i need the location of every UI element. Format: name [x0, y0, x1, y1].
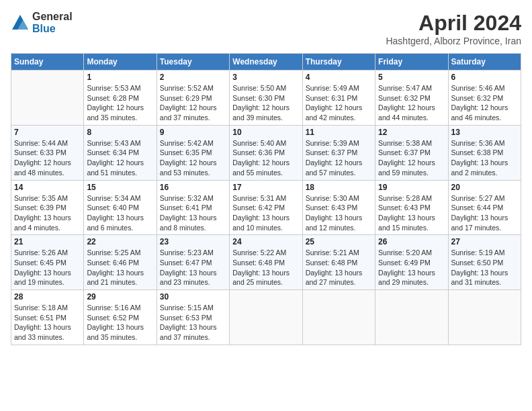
table-row: 15 Sunrise: 5:34 AMSunset: 6:40 PMDaylig…	[84, 180, 157, 235]
col-friday: Friday	[375, 54, 448, 71]
table-row: 4 Sunrise: 5:49 AMSunset: 6:31 PMDayligh…	[302, 71, 375, 126]
col-wednesday: Wednesday	[230, 54, 302, 71]
calendar-header-row: Sunday Monday Tuesday Wednesday Thursday…	[11, 54, 521, 71]
day-number: 1	[87, 73, 153, 82]
table-row: 13 Sunrise: 5:36 AMSunset: 6:38 PMDaylig…	[448, 125, 521, 180]
day-info: Sunrise: 5:19 AMSunset: 6:50 PMDaylight:…	[451, 248, 518, 287]
calendar-title: April 2024	[386, 11, 521, 36]
table-row: 19 Sunrise: 5:28 AMSunset: 6:43 PMDaylig…	[375, 180, 448, 235]
table-row: 3 Sunrise: 5:50 AMSunset: 6:30 PMDayligh…	[230, 71, 302, 126]
title-section: April 2024 Hashtgerd, Alborz Province, I…	[386, 11, 521, 46]
table-row	[448, 290, 521, 345]
table-row: 10 Sunrise: 5:40 AMSunset: 6:36 PMDaylig…	[230, 125, 302, 180]
day-info: Sunrise: 5:46 AMSunset: 6:32 PMDaylight:…	[451, 83, 518, 123]
day-info: Sunrise: 5:32 AMSunset: 6:41 PMDaylight:…	[160, 193, 226, 233]
table-row: 14 Sunrise: 5:35 AMSunset: 6:39 PMDaylig…	[11, 180, 84, 235]
table-row: 6 Sunrise: 5:46 AMSunset: 6:32 PMDayligh…	[448, 71, 521, 126]
logo: General Blue	[11, 11, 73, 34]
day-info: Sunrise: 5:26 AMSunset: 6:45 PMDaylight:…	[14, 248, 81, 287]
table-row: 27 Sunrise: 5:19 AMSunset: 6:50 PMDaylig…	[448, 235, 521, 290]
table-row: 26 Sunrise: 5:20 AMSunset: 6:49 PMDaylig…	[375, 235, 448, 290]
day-number: 23	[160, 237, 226, 246]
day-info: Sunrise: 5:53 AMSunset: 6:28 PMDaylight:…	[87, 83, 153, 123]
day-info: Sunrise: 5:30 AMSunset: 6:43 PMDaylight:…	[306, 193, 372, 233]
day-info: Sunrise: 5:31 AMSunset: 6:42 PMDaylight:…	[232, 193, 299, 233]
col-thursday: Thursday	[302, 54, 375, 71]
day-number: 8	[87, 128, 153, 137]
day-number: 9	[160, 128, 226, 137]
table-row: 8 Sunrise: 5:43 AMSunset: 6:34 PMDayligh…	[84, 125, 157, 180]
day-number: 15	[87, 183, 153, 192]
day-number: 27	[451, 237, 518, 246]
calendar-week-row: 1 Sunrise: 5:53 AMSunset: 6:28 PMDayligh…	[11, 71, 521, 126]
day-info: Sunrise: 5:18 AMSunset: 6:51 PMDaylight:…	[14, 303, 81, 342]
day-number: 2	[160, 73, 226, 82]
col-tuesday: Tuesday	[157, 54, 229, 71]
day-number: 19	[378, 183, 445, 192]
day-number: 17	[232, 183, 299, 192]
table-row: 22 Sunrise: 5:25 AMSunset: 6:46 PMDaylig…	[84, 235, 157, 290]
calendar-table: Sunday Monday Tuesday Wednesday Thursday…	[11, 53, 521, 345]
table-row: 28 Sunrise: 5:18 AMSunset: 6:51 PMDaylig…	[11, 290, 84, 345]
day-number: 30	[160, 292, 226, 302]
day-number: 13	[451, 128, 518, 137]
day-number: 20	[451, 183, 518, 192]
day-info: Sunrise: 5:49 AMSunset: 6:31 PMDaylight:…	[306, 83, 372, 123]
day-number: 21	[14, 237, 81, 246]
table-row	[375, 290, 448, 345]
day-number: 24	[232, 237, 299, 246]
table-row: 11 Sunrise: 5:39 AMSunset: 6:37 PMDaylig…	[302, 125, 375, 180]
day-info: Sunrise: 5:52 AMSunset: 6:29 PMDaylight:…	[160, 83, 226, 123]
day-info: Sunrise: 5:50 AMSunset: 6:30 PMDaylight:…	[232, 83, 299, 123]
table-row: 16 Sunrise: 5:32 AMSunset: 6:41 PMDaylig…	[157, 180, 229, 235]
day-number: 25	[306, 237, 372, 246]
table-row	[230, 290, 302, 345]
day-info: Sunrise: 5:15 AMSunset: 6:53 PMDaylight:…	[160, 303, 226, 342]
logo-blue-text: Blue	[32, 23, 73, 35]
day-info: Sunrise: 5:36 AMSunset: 6:38 PMDaylight:…	[451, 138, 518, 178]
day-info: Sunrise: 5:21 AMSunset: 6:48 PMDaylight:…	[306, 248, 372, 287]
table-row: 1 Sunrise: 5:53 AMSunset: 6:28 PMDayligh…	[84, 71, 157, 126]
table-row: 21 Sunrise: 5:26 AMSunset: 6:45 PMDaylig…	[11, 235, 84, 290]
table-row: 20 Sunrise: 5:27 AMSunset: 6:44 PMDaylig…	[448, 180, 521, 235]
day-info: Sunrise: 5:42 AMSunset: 6:35 PMDaylight:…	[160, 138, 226, 178]
col-sunday: Sunday	[11, 54, 84, 71]
calendar-week-row: 28 Sunrise: 5:18 AMSunset: 6:51 PMDaylig…	[11, 290, 521, 345]
day-number: 10	[232, 128, 299, 137]
day-number: 26	[378, 237, 445, 246]
day-info: Sunrise: 5:25 AMSunset: 6:46 PMDaylight:…	[87, 248, 153, 287]
page-header: General Blue April 2024 Hashtgerd, Albor…	[11, 11, 521, 46]
day-info: Sunrise: 5:23 AMSunset: 6:47 PMDaylight:…	[160, 248, 226, 287]
day-info: Sunrise: 5:28 AMSunset: 6:43 PMDaylight:…	[378, 193, 445, 233]
table-row: 30 Sunrise: 5:15 AMSunset: 6:53 PMDaylig…	[157, 290, 229, 345]
table-row: 24 Sunrise: 5:22 AMSunset: 6:48 PMDaylig…	[230, 235, 302, 290]
day-number: 4	[306, 73, 372, 82]
table-row: 2 Sunrise: 5:52 AMSunset: 6:29 PMDayligh…	[157, 71, 229, 126]
day-info: Sunrise: 5:27 AMSunset: 6:44 PMDaylight:…	[451, 193, 518, 233]
day-info: Sunrise: 5:47 AMSunset: 6:32 PMDaylight:…	[378, 83, 445, 123]
logo-icon	[11, 13, 30, 32]
table-row: 9 Sunrise: 5:42 AMSunset: 6:35 PMDayligh…	[157, 125, 229, 180]
day-info: Sunrise: 5:22 AMSunset: 6:48 PMDaylight:…	[232, 248, 299, 287]
calendar-week-row: 7 Sunrise: 5:44 AMSunset: 6:33 PMDayligh…	[11, 125, 521, 180]
table-row: 18 Sunrise: 5:30 AMSunset: 6:43 PMDaylig…	[302, 180, 375, 235]
calendar-week-row: 14 Sunrise: 5:35 AMSunset: 6:39 PMDaylig…	[11, 180, 521, 235]
table-row	[302, 290, 375, 345]
col-monday: Monday	[84, 54, 157, 71]
day-info: Sunrise: 5:16 AMSunset: 6:52 PMDaylight:…	[87, 303, 153, 342]
table-row: 23 Sunrise: 5:23 AMSunset: 6:47 PMDaylig…	[157, 235, 229, 290]
table-row	[11, 71, 84, 126]
day-number: 22	[87, 237, 153, 246]
day-number: 18	[306, 183, 372, 192]
day-number: 29	[87, 292, 153, 302]
day-number: 5	[378, 73, 445, 82]
day-number: 14	[14, 183, 81, 192]
day-info: Sunrise: 5:44 AMSunset: 6:33 PMDaylight:…	[14, 138, 81, 178]
col-saturday: Saturday	[448, 54, 521, 71]
day-number: 7	[14, 128, 81, 137]
day-info: Sunrise: 5:34 AMSunset: 6:40 PMDaylight:…	[87, 193, 153, 233]
day-info: Sunrise: 5:35 AMSunset: 6:39 PMDaylight:…	[14, 193, 81, 233]
day-number: 6	[451, 73, 518, 82]
table-row: 5 Sunrise: 5:47 AMSunset: 6:32 PMDayligh…	[375, 71, 448, 126]
day-number: 3	[232, 73, 299, 82]
